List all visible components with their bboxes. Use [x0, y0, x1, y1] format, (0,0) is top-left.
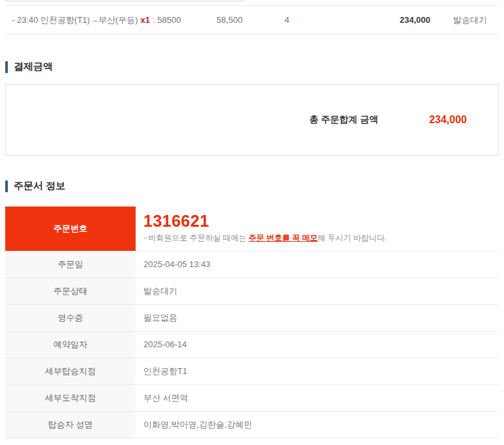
- cropped-row-remnant: [5, 0, 246, 2]
- note-suffix: 해 두시기 바랍니다.: [318, 233, 387, 242]
- row-value: 부산 서면역: [136, 384, 499, 411]
- order-info-section-title-label: 주문서 정보: [14, 180, 65, 192]
- row-label: 주문일: [5, 251, 136, 278]
- order-total-label: 총 주문합계 금액: [309, 114, 378, 126]
- item-quantity: 4: [258, 15, 316, 25]
- row-label: 세부탑승지점: [5, 358, 136, 384]
- order-info-section-title: 주문서 정보: [5, 180, 499, 192]
- row-label-order-number: 주문번호: [5, 207, 136, 251]
- item-status: 발송대기: [437, 14, 499, 26]
- table-row-reservation-date: 예약일자 2025-06-14: [5, 331, 499, 358]
- table-row-order-status: 주문상태 발송대기: [5, 278, 499, 304]
- order-status-badge: 발송대기: [136, 278, 499, 304]
- payment-summary-box: 총 주문합계 금액 234,000: [5, 84, 499, 156]
- payment-section-title: 결제금액: [5, 61, 499, 73]
- payment-section-title-label: 결제금액: [14, 61, 53, 73]
- row-value: 2025-04-05 13:43: [136, 251, 499, 278]
- row-value: 이화영,박아영,김한슬,강혜민: [136, 411, 499, 438]
- row-label: 탑승자 성명: [5, 411, 136, 438]
- row-label: 예약일자: [5, 331, 136, 358]
- table-row-boarding-point: 세부탑승지점 인천공항T1: [5, 358, 499, 384]
- item-route-text: - 23:40 인천공항(T1)→부산(우등): [12, 15, 138, 25]
- note-emphasis: 주문 번호를 꼭 메모: [248, 233, 318, 242]
- row-value: 인천공항T1: [136, 358, 499, 384]
- section-bar-icon: [5, 180, 8, 192]
- row-value: 2025-06-14: [136, 331, 499, 358]
- table-row-order-number: 주문번호 1316621 - 비회원으로 주문하실 때에는 주문 번호를 꼭 메…: [5, 207, 499, 251]
- item-qty-badge: x1: [141, 15, 150, 25]
- table-row-receipt: 영수증 필요없음: [5, 304, 499, 331]
- note-prefix: - 비회원으로 주문하실 때에는: [143, 233, 248, 242]
- order-number-cell: 1316621 - 비회원으로 주문하실 때에는 주문 번호를 꼭 메모해 두시…: [136, 207, 499, 251]
- row-label: 영수증: [5, 304, 136, 331]
- item-name: - 23:40 인천공항(T1)→부산(우등)x1: 58500: [5, 14, 201, 26]
- order-number-note: - 비회원으로 주문하실 때에는 주문 번호를 꼭 메모해 두시기 바랍니다.: [143, 233, 499, 244]
- order-item-row: - 23:40 인천공항(T1)→부산(우등)x1: 58500 58,500 …: [5, 5, 499, 35]
- order-total-value: 234,000: [429, 114, 467, 126]
- item-total: 234,000: [316, 15, 437, 25]
- order-info-table: 주문번호 1316621 - 비회원으로 주문하실 때에는 주문 번호를 꼭 메…: [5, 207, 499, 438]
- row-label: 주문상태: [5, 278, 136, 304]
- row-value: 필요없음: [136, 304, 499, 331]
- item-inline-price: : 58500: [153, 15, 181, 25]
- table-row-order-date: 주문일 2025-04-05 13:43: [5, 251, 499, 278]
- order-number-value: 1316621: [143, 212, 499, 231]
- item-unit-price: 58,500: [201, 15, 258, 25]
- section-bar-icon: [5, 61, 8, 73]
- table-row-passenger-names: 탑승자 성명 이화영,박아영,김한슬,강혜민: [5, 411, 499, 438]
- table-row-arrival-point: 세부도착지점 부산 서면역: [5, 384, 499, 411]
- row-label: 세부도착지점: [5, 384, 136, 411]
